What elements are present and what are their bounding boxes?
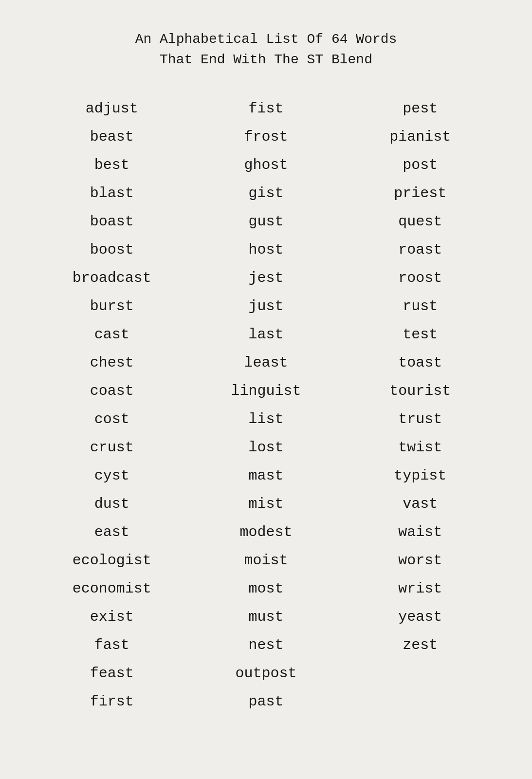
word-cell: rust <box>343 292 497 320</box>
word-cell: pianist <box>343 123 497 151</box>
word-cell: gist <box>189 179 343 207</box>
word-cell: beast <box>35 123 189 151</box>
word-cell: zest <box>343 631 497 659</box>
word-cell: fist <box>189 94 343 123</box>
page-title: An Alphabetical List Of 64 Words That En… <box>135 29 397 70</box>
word-cell: best <box>35 151 189 179</box>
word-cell: roast <box>343 236 497 264</box>
word-cell: east <box>35 518 189 546</box>
word-cell: boost <box>35 236 189 264</box>
word-cell: worst <box>343 546 497 575</box>
word-cell: list <box>189 405 343 433</box>
word-cell: dust <box>35 490 189 518</box>
word-cell: vast <box>343 490 497 518</box>
word-cell <box>343 687 497 716</box>
word-cell: broadcast <box>35 264 189 292</box>
word-cell: last <box>189 320 343 349</box>
word-cell: modest <box>189 518 343 546</box>
word-cell: test <box>343 320 497 349</box>
word-cell: feast <box>35 659 189 687</box>
word-cell: crust <box>35 433 189 462</box>
word-cell: just <box>189 292 343 320</box>
word-cell: economist <box>35 575 189 603</box>
word-cell: quest <box>343 207 497 236</box>
word-cell: ecologist <box>35 546 189 575</box>
word-cell: past <box>189 687 343 716</box>
word-cell: first <box>35 687 189 716</box>
word-cell: cast <box>35 320 189 349</box>
word-cell: priest <box>343 179 497 207</box>
word-cell: linguist <box>189 377 343 405</box>
word-cell: fast <box>35 631 189 659</box>
word-cell: ghost <box>189 151 343 179</box>
word-cell: boast <box>35 207 189 236</box>
word-cell: typist <box>343 462 497 490</box>
word-cell: mast <box>189 462 343 490</box>
word-cell: moist <box>189 546 343 575</box>
word-cell: gust <box>189 207 343 236</box>
word-cell: pest <box>343 94 497 123</box>
word-cell: roost <box>343 264 497 292</box>
word-cell: cost <box>35 405 189 433</box>
word-cell: wrist <box>343 575 497 603</box>
word-cell: least <box>189 349 343 377</box>
word-cell: burst <box>35 292 189 320</box>
word-cell: outpost <box>189 659 343 687</box>
word-cell: chest <box>35 349 189 377</box>
word-cell: exist <box>35 603 189 631</box>
word-cell: lost <box>189 433 343 462</box>
word-cell: nest <box>189 631 343 659</box>
word-cell: waist <box>343 518 497 546</box>
word-cell <box>343 659 497 687</box>
word-cell: mist <box>189 490 343 518</box>
word-cell: host <box>189 236 343 264</box>
word-cell: twist <box>343 433 497 462</box>
word-cell: toast <box>343 349 497 377</box>
word-cell: blast <box>35 179 189 207</box>
word-cell: most <box>189 575 343 603</box>
word-cell: post <box>343 151 497 179</box>
word-cell: tourist <box>343 377 497 405</box>
word-cell: jest <box>189 264 343 292</box>
word-cell: cyst <box>35 462 189 490</box>
word-cell: frost <box>189 123 343 151</box>
word-cell: trust <box>343 405 497 433</box>
word-cell: adjust <box>35 94 189 123</box>
word-cell: coast <box>35 377 189 405</box>
word-cell: yeast <box>343 603 497 631</box>
word-cell: must <box>189 603 343 631</box>
word-grid: adjustfistpestbeastfrostpianistbestghost… <box>35 94 497 716</box>
